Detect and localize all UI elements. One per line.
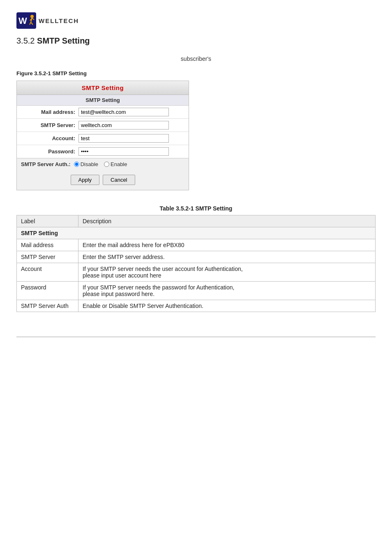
page-title-bold: SMTP Setting [37, 36, 90, 45]
row-account-label: Account [17, 263, 78, 282]
smtp-table: Label Description SMTP Setting Mail addr… [16, 215, 376, 312]
smtp-auth-label: SMTP Server Auth.: [21, 161, 71, 167]
table-section-row: SMTP Setting [17, 227, 376, 239]
password-label: Password: [21, 148, 78, 155]
logo-area: W WELLTECH [16, 12, 376, 29]
page-title: 3.5.2 SMTP Setting [16, 36, 376, 46]
table-section-label: SMTP Setting [17, 227, 376, 239]
row-smtp-server-desc: Enter the SMTP server address. [78, 251, 376, 263]
cancel-button[interactable]: Cancel [103, 175, 135, 185]
row-smtp-server-label: SMTP Server [17, 251, 78, 263]
smtp-panel-header: SMTP Setting [17, 81, 189, 95]
row-password-label: Password [17, 282, 78, 300]
mail-address-row: Mail address: [17, 106, 189, 119]
smtp-auth-radio-group: Disable Enable [74, 161, 127, 167]
smtp-server-row: SMTP Server: [17, 119, 189, 132]
svg-point-2 [30, 15, 34, 18]
page-title-prefix: 3.5.2 [16, 36, 37, 45]
table-caption: Table 3.5.2-1 SMTP Setting [16, 205, 376, 212]
row-smtp-auth-label: SMTP Server Auth [17, 300, 78, 312]
figure-caption: Figure 3.5.2-1 SMTP Setting [16, 70, 376, 76]
table-row: Mail address Enter the mail address here… [17, 239, 376, 251]
account-label: Account: [21, 135, 78, 141]
table-row: SMTP Server Enter the SMTP server addres… [17, 251, 376, 263]
row-smtp-auth-desc: Enable or Disable SMTP Server Authentica… [78, 300, 376, 312]
smtp-server-label: SMTP Server: [21, 122, 78, 128]
subscriber-note: subscriber's [16, 56, 376, 62]
smtp-subheader: SMTP Setting [17, 95, 189, 106]
smtp-auth-row: SMTP Server Auth.: Disable Enable [17, 158, 189, 170]
account-input[interactable] [78, 134, 169, 143]
row-mail-address-label: Mail address [17, 239, 78, 251]
disable-option[interactable]: Disable [74, 161, 98, 167]
smtp-buttons: Apply Cancel [17, 170, 189, 190]
enable-radio[interactable] [104, 162, 109, 167]
row-password-desc: If your SMTP server needs the password f… [78, 282, 376, 300]
table-row: SMTP Server Auth Enable or Disable SMTP … [17, 300, 376, 312]
mail-address-input[interactable] [78, 108, 169, 116]
svg-text:W: W [18, 16, 27, 26]
smtp-server-input[interactable] [78, 121, 169, 130]
disable-label: Disable [81, 161, 98, 167]
apply-button[interactable]: Apply [71, 175, 100, 185]
enable-label: Enable [111, 161, 127, 167]
footer-line [16, 337, 376, 339]
table-row: Account If your SMTP server needs the us… [17, 263, 376, 282]
table-header-description: Description [78, 215, 376, 227]
enable-option[interactable]: Enable [104, 161, 127, 167]
welltech-logo-icon: W [16, 12, 36, 29]
smtp-panel: SMTP Setting SMTP Setting Mail address: … [16, 81, 189, 190]
table-header-label: Label [17, 215, 78, 227]
row-account-desc: If your SMTP server needs the user accou… [78, 263, 376, 282]
account-row: Account: [17, 132, 189, 145]
password-input[interactable] [78, 147, 169, 156]
mail-address-label: Mail address: [21, 109, 78, 115]
logo-text: WELLTECH [39, 17, 79, 24]
password-row: Password: [17, 145, 189, 158]
disable-radio[interactable] [74, 162, 79, 167]
table-row: Password If your SMTP server needs the p… [17, 282, 376, 300]
row-mail-address-desc: Enter the mail address here for ePBX80 [78, 239, 376, 251]
